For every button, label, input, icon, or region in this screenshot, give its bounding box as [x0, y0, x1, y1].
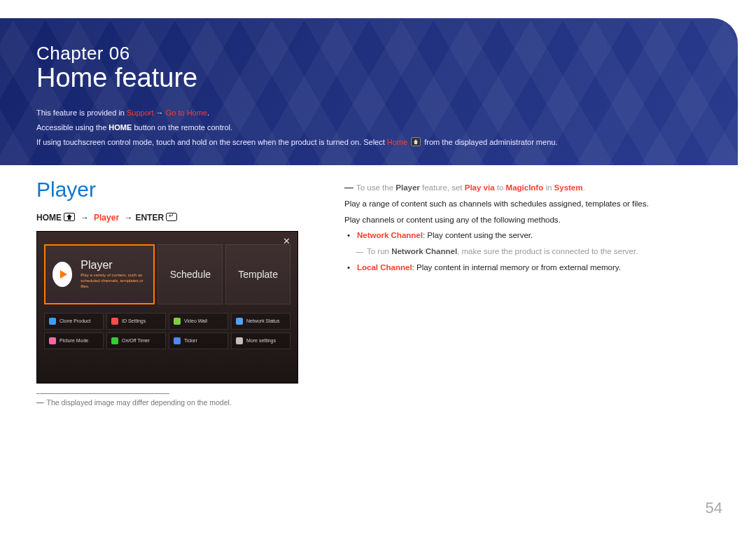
page-number: 54: [706, 499, 722, 517]
breadcrumb-home: HOME: [36, 213, 62, 223]
desc-p2: Play channels or content using any of th…: [344, 213, 720, 227]
cell-icon: [236, 318, 243, 325]
intro-text: .: [207, 108, 209, 117]
tile-player-subtitle: Play a variety of content, such as sched…: [80, 273, 146, 289]
arrow-icon: →: [78, 213, 92, 223]
note-system: System: [554, 183, 583, 192]
intro-gotohome-link: Go to Home: [166, 108, 207, 117]
feature-cell[interactable]: Ticker: [169, 332, 228, 349]
play-icon: [52, 262, 72, 287]
note-text: .: [583, 183, 585, 192]
cell-icon: [236, 337, 243, 344]
chapter-intro: This feature is provided in Support → Go…: [36, 106, 701, 150]
subnote-network-channel: Network Channel: [391, 247, 457, 255]
cell-label: On/Off Timer: [122, 338, 150, 343]
breadcrumb: HOME → Player →ENTER: [36, 213, 316, 223]
cell-icon: [174, 337, 181, 344]
note-text: to: [495, 183, 506, 192]
note-magicinfo: MagicInfo: [506, 183, 544, 192]
cell-icon: [111, 337, 118, 344]
cell-icon: [49, 318, 56, 325]
divider: [36, 393, 169, 394]
subnote-text: , make sure the product is connected to …: [457, 247, 638, 255]
description-column: ―To use the Player feature, set Play via…: [344, 178, 720, 407]
cell-label: Network Status: [246, 318, 279, 323]
cell-label: Clone Product: [59, 318, 90, 323]
chapter-number: Chapter 06: [36, 43, 701, 64]
feature-cell[interactable]: On/Off Timer: [106, 332, 166, 349]
feature-cell[interactable]: Video Wall: [169, 313, 228, 330]
feature-cell[interactable]: Network Status: [231, 313, 290, 330]
intro-home-bold: HOME: [108, 123, 132, 132]
feature-cell[interactable]: More settings: [231, 332, 290, 349]
breadcrumb-player: Player: [94, 213, 119, 223]
note-text: feature, set: [420, 183, 465, 192]
intro-support-link: Support: [127, 108, 154, 117]
intro-home-red: Home: [387, 138, 407, 146]
cell-label: Ticker: [184, 338, 197, 343]
home-chip-icon: [411, 137, 421, 146]
tile-player[interactable]: Player Play a variety of content, such a…: [44, 244, 155, 304]
home-icon: [64, 213, 75, 221]
cell-icon: [49, 337, 56, 344]
feature-cell[interactable]: Clone Product: [44, 313, 104, 330]
feature-grid: Clone ProductID SettingsVideo WallNetwor…: [44, 313, 290, 349]
cell-label: Picture Mode: [59, 338, 88, 343]
note-playvia: Play via: [465, 183, 495, 192]
note-text: in: [543, 183, 554, 192]
feature-cell[interactable]: ID Settings: [106, 313, 166, 330]
intro-text: This feature is provided in: [36, 108, 127, 117]
bullet-network-channel: Network Channel: [357, 231, 423, 239]
intro-text: from the displayed administrator menu.: [424, 138, 557, 146]
breadcrumb-enter: ENTER: [135, 213, 164, 223]
bullet-text: : Play content in internal memory or fro…: [412, 263, 621, 272]
tile-template[interactable]: Template: [225, 244, 290, 304]
section-heading-player: Player: [36, 178, 316, 202]
intro-text: Accessible using the: [36, 123, 108, 132]
chapter-title: Home feature: [36, 63, 701, 93]
cell-label: ID Settings: [122, 318, 146, 323]
close-icon[interactable]: ✕: [283, 236, 290, 246]
intro-text: button on the remote control.: [132, 123, 232, 132]
cell-icon: [111, 318, 118, 325]
arrow-icon: →: [121, 213, 135, 223]
bullet-text: : Play content using the server.: [423, 231, 533, 239]
subnote-text: To run: [367, 247, 391, 255]
desc-p1: Play a range of content such as channels…: [344, 197, 720, 211]
bullet-local-channel: Local Channel: [357, 263, 412, 272]
intro-text: If using touchscreen control mode, touch…: [36, 138, 387, 146]
tile-player-title: Player: [80, 259, 146, 272]
enter-icon: [166, 213, 177, 221]
feature-cell[interactable]: Picture Mode: [44, 332, 104, 349]
note-player-bold: Player: [396, 183, 420, 192]
cell-label: Video Wall: [184, 318, 207, 323]
cell-icon: [174, 318, 181, 325]
device-screenshot: ✕ Player Play a variety of content, such…: [36, 231, 298, 384]
tile-schedule[interactable]: Schedule: [158, 244, 223, 304]
chapter-header: Chapter 06 Home feature This feature is …: [0, 18, 738, 165]
cell-label: More settings: [246, 338, 276, 343]
intro-arrow: →: [154, 108, 166, 117]
note-text: To use the: [356, 183, 396, 192]
image-disclaimer: ―The displayed image may differ dependin…: [36, 398, 316, 407]
